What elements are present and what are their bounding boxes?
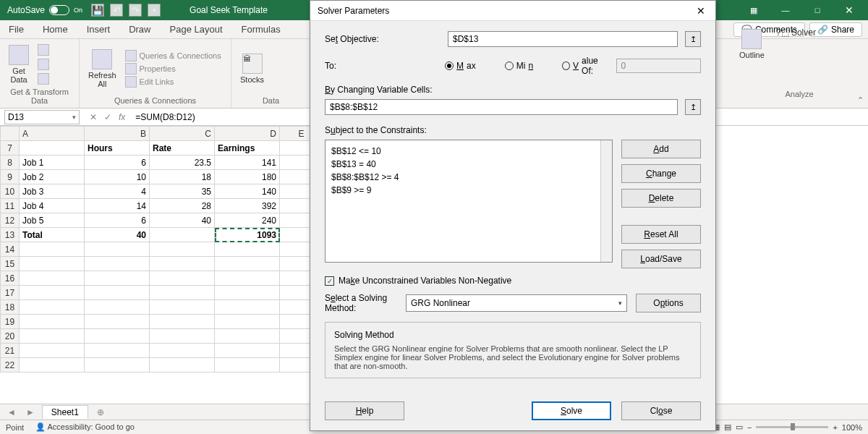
cell[interactable]: 141: [215, 156, 280, 170]
row-header-10[interactable]: 10: [1, 184, 20, 199]
close-window-icon[interactable]: ✕: [833, 0, 865, 20]
add-sheet-icon[interactable]: ⊕: [93, 407, 109, 417]
zoom-slider[interactable]: [756, 426, 828, 428]
constraint-item[interactable]: $B$12 <= 10: [331, 145, 606, 158]
col-header-D[interactable]: D: [215, 127, 280, 141]
close-dialog-icon[interactable]: ✕: [694, 5, 708, 17]
range-picker-icon[interactable]: ↥: [685, 31, 701, 47]
reset-all-button[interactable]: Reset All: [621, 225, 701, 244]
tab-file[interactable]: File: [6, 21, 27, 38]
tab-page-layout[interactable]: Page Layout: [167, 21, 226, 38]
cell[interactable]: Job 1: [20, 156, 85, 170]
cell[interactable]: [20, 300, 85, 315]
range-picker-icon[interactable]: ↥: [685, 99, 701, 115]
zoom-in-icon[interactable]: +: [833, 423, 837, 432]
view-break-icon[interactable]: ▭: [736, 422, 743, 432]
cell[interactable]: [215, 286, 280, 300]
undo-icon[interactable]: ↶: [110, 4, 123, 17]
cell[interactable]: [20, 242, 85, 257]
cell[interactable]: Hours: [85, 141, 150, 156]
queries-connections-button[interactable]: Queries & Connections: [125, 50, 221, 61]
cell[interactable]: [150, 329, 215, 344]
cell[interactable]: [20, 358, 85, 373]
scrollbar[interactable]: [600, 140, 612, 262]
cell[interactable]: [20, 271, 85, 286]
edit-links-button[interactable]: Edit Links: [125, 76, 221, 88]
row-header-19[interactable]: 19: [1, 315, 20, 329]
cell[interactable]: [215, 271, 280, 286]
row-header-9[interactable]: 9: [1, 170, 20, 184]
cell[interactable]: [85, 344, 150, 358]
cell[interactable]: 35: [150, 184, 215, 199]
cell[interactable]: [215, 358, 280, 373]
by-changing-input[interactable]: $B$8:$B$12: [325, 99, 678, 115]
cell[interactable]: 392: [215, 199, 280, 213]
row-header-8[interactable]: 8: [1, 156, 20, 170]
cell[interactable]: Job 2: [20, 170, 85, 184]
cell[interactable]: [150, 242, 215, 257]
cell[interactable]: [85, 242, 150, 257]
accept-formula-icon[interactable]: ✓: [104, 112, 111, 122]
cell[interactable]: [150, 271, 215, 286]
autosave-toggle[interactable]: [49, 5, 69, 15]
cell[interactable]: 4: [85, 184, 150, 199]
tab-draw[interactable]: Draw: [126, 21, 153, 38]
cell[interactable]: Job 3: [20, 184, 85, 199]
cell[interactable]: 18: [150, 170, 215, 184]
cell[interactable]: [150, 300, 215, 315]
cell[interactable]: 23.5: [150, 156, 215, 170]
fx-icon[interactable]: fx: [119, 112, 125, 122]
row-header-12[interactable]: 12: [1, 213, 20, 228]
row-header-22[interactable]: 22: [1, 358, 20, 373]
cell[interactable]: [150, 286, 215, 300]
cell[interactable]: [215, 344, 280, 358]
cell[interactable]: [150, 344, 215, 358]
cell[interactable]: [20, 315, 85, 329]
cell[interactable]: [85, 271, 150, 286]
row-header-15[interactable]: 15: [1, 257, 20, 271]
row-header-18[interactable]: 18: [1, 300, 20, 315]
cell[interactable]: [150, 228, 215, 242]
tab-insert[interactable]: Insert: [84, 21, 114, 38]
from-table-icon[interactable]: [38, 73, 49, 85]
sheet-tab-1[interactable]: Sheet1: [42, 405, 88, 419]
col-header-B[interactable]: B: [85, 127, 150, 141]
cell[interactable]: [85, 358, 150, 373]
from-text-icon[interactable]: [38, 44, 49, 56]
method-select[interactable]: GRG Nonlinear▾: [406, 294, 627, 312]
row-header-7[interactable]: 7: [1, 141, 20, 156]
cell[interactable]: 28: [150, 199, 215, 213]
tab-formulas[interactable]: Formulas: [239, 21, 284, 38]
cell[interactable]: [20, 141, 85, 156]
qat-dropdown-icon[interactable]: ▾: [148, 4, 161, 17]
cell[interactable]: 14: [85, 199, 150, 213]
zoom-level[interactable]: 100%: [842, 423, 862, 432]
row-header-14[interactable]: 14: [1, 242, 20, 257]
delete-constraint-button[interactable]: Delete: [621, 189, 701, 208]
solve-button[interactable]: Solve: [532, 401, 611, 420]
valueof-input[interactable]: 0: [616, 59, 701, 73]
cell[interactable]: Earnings: [215, 141, 280, 156]
cell[interactable]: 140: [215, 184, 280, 199]
cell[interactable]: [20, 344, 85, 358]
col-header-C[interactable]: C: [150, 127, 215, 141]
cell[interactable]: [85, 329, 150, 344]
tab-home[interactable]: Home: [40, 21, 71, 38]
cell[interactable]: [85, 257, 150, 271]
ribbon-options-icon[interactable]: ▦: [738, 0, 770, 20]
cell[interactable]: [215, 257, 280, 271]
chevron-down-icon[interactable]: ▾: [72, 114, 76, 121]
accessibility-status[interactable]: 👤 Accessibility: Good to go: [35, 422, 135, 432]
get-data-button[interactable]: Get Data: [6, 43, 32, 85]
zoom-out-icon[interactable]: −: [747, 423, 752, 432]
cell[interactable]: 240: [215, 213, 280, 228]
cell[interactable]: [215, 242, 280, 257]
constraint-item[interactable]: $B$9 >= 9: [331, 184, 606, 197]
cell[interactable]: [85, 315, 150, 329]
cell[interactable]: 1093: [215, 228, 280, 242]
load-save-button[interactable]: Load/Save: [621, 250, 701, 268]
cell[interactable]: [215, 300, 280, 315]
row-header-20[interactable]: 20: [1, 329, 20, 344]
valueof-radio[interactable]: Value Of:: [562, 56, 608, 76]
cell[interactable]: [215, 329, 280, 344]
